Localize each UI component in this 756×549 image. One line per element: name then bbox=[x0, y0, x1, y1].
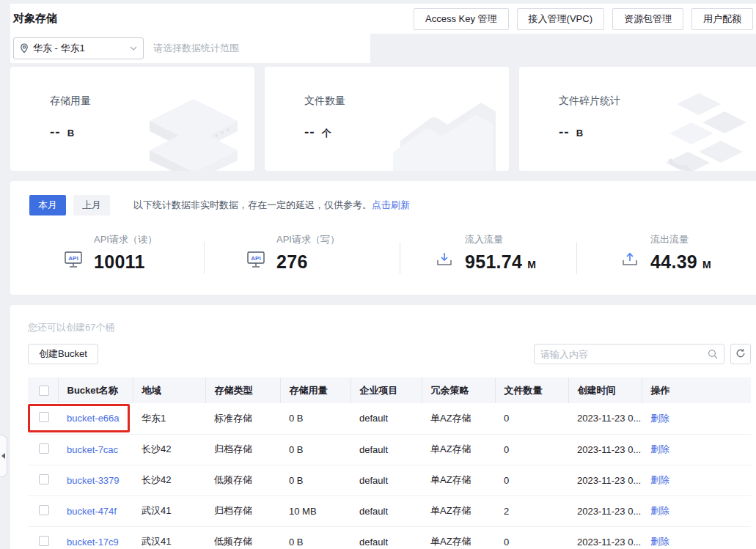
region-selector-hint: 请选择数据统计范围 bbox=[153, 42, 239, 55]
metric-api-read: API API请求（读） 10011 bbox=[29, 233, 205, 273]
tab-current-month[interactable]: 本月 bbox=[29, 195, 66, 215]
region-cell: 武汉41 bbox=[133, 495, 205, 526]
row-checkbox[interactable] bbox=[39, 412, 49, 422]
bucket-name-link[interactable]: bucket-7cac bbox=[67, 444, 118, 455]
top-bar: 对象存储 Access Key 管理 接入管理(VPC) 资源包管理 用户配额 bbox=[10, 4, 756, 34]
card-value: -- bbox=[559, 124, 570, 140]
metric-value: 44.39 bbox=[650, 251, 697, 273]
row-checkbox[interactable] bbox=[39, 505, 49, 515]
upload-tray-icon bbox=[620, 251, 640, 273]
select-all-checkbox[interactable] bbox=[39, 386, 49, 396]
bucket-toolbar: 创建Bucket bbox=[28, 344, 751, 364]
region-select[interactable]: 华东 - 华东1 bbox=[13, 37, 144, 59]
file-count-card: 文件数量 -- 个 bbox=[265, 67, 509, 171]
column-header-storage-type: 存储类型 bbox=[205, 377, 280, 403]
metric-unit: M bbox=[702, 259, 711, 270]
delete-link[interactable]: 删除 bbox=[650, 443, 669, 454]
bucket-name-link[interactable]: bucket-17c9 bbox=[67, 537, 119, 548]
row-checkbox[interactable] bbox=[39, 536, 49, 546]
delete-link[interactable]: 删除 bbox=[650, 413, 669, 424]
created-time-cell: 2023-11-23 0... bbox=[568, 526, 642, 549]
table-row: bucket-e66a 华东1 标准存储 0 B default 单AZ存储 0… bbox=[28, 403, 751, 434]
refresh-data-link[interactable]: 点击刷新 bbox=[372, 199, 410, 210]
access-key-management-button[interactable]: Access Key 管理 bbox=[414, 8, 509, 30]
redundancy-cell: 单AZ存储 bbox=[422, 465, 495, 495]
vpc-access-management-button[interactable]: 接入管理(VPC) bbox=[517, 8, 604, 30]
metric-label: 流出流量 bbox=[650, 233, 711, 246]
created-time-cell: 2023-11-23 0... bbox=[568, 403, 642, 434]
enterprise-project-cell: default bbox=[351, 465, 422, 495]
search-input[interactable] bbox=[535, 349, 708, 360]
region-cell: 武汉41 bbox=[133, 526, 205, 549]
metric-label: API请求（写） bbox=[276, 233, 340, 246]
bucket-quota-hint: 您还可以创建67个桶 bbox=[28, 321, 751, 334]
column-header-redundancy: 冗余策略 bbox=[422, 377, 495, 403]
card-value: -- bbox=[304, 124, 315, 140]
redundancy-cell: 单AZ存储 bbox=[422, 403, 495, 434]
enterprise-project-cell: default bbox=[351, 495, 422, 526]
metric-outbound-traffic: 流出流量 44.39 M bbox=[577, 233, 756, 273]
region-select-value: 华东 - 华东1 bbox=[33, 42, 130, 55]
storage-type-cell: 低频存储 bbox=[205, 526, 280, 549]
enterprise-project-cell: default bbox=[351, 434, 422, 465]
bucket-name-link[interactable]: bucket-3379 bbox=[67, 475, 120, 486]
delete-link[interactable]: 删除 bbox=[650, 536, 669, 547]
table-row: bucket-7cac 长沙42 归档存储 0 B default 单AZ存储 … bbox=[28, 434, 751, 465]
delete-link[interactable]: 删除 bbox=[650, 505, 669, 516]
sidebar-collapse-handle[interactable] bbox=[0, 435, 7, 477]
region-cell: 长沙42 bbox=[133, 465, 205, 495]
api-monitor-icon: API bbox=[63, 251, 84, 273]
download-tray-icon bbox=[434, 251, 455, 273]
metric-unit: M bbox=[527, 259, 536, 270]
column-header-created-time: 创建时间 bbox=[568, 377, 642, 403]
redundancy-cell: 单AZ存储 bbox=[422, 495, 495, 526]
region-cell: 长沙42 bbox=[133, 434, 205, 465]
bucket-table-wrap: Bucket名称 地域 存储类型 存储用量 企业项目 冗余策略 文件数量 创建时… bbox=[28, 377, 751, 549]
create-bucket-button[interactable]: 创建Bucket bbox=[28, 344, 98, 364]
card-unit: B bbox=[67, 128, 74, 139]
bucket-name-link[interactable]: bucket-e66a bbox=[67, 413, 120, 424]
metric-value: 10011 bbox=[94, 251, 145, 273]
row-checkbox[interactable] bbox=[39, 443, 49, 454]
created-time-cell: 2023-11-23 0... bbox=[568, 495, 642, 526]
resource-package-management-button[interactable]: 资源包管理 bbox=[612, 8, 683, 30]
region-cell: 华东1 bbox=[133, 403, 205, 434]
bucket-list-panel: 您还可以创建67个桶 创建Bucket bbox=[10, 305, 756, 549]
storage-type-cell: 归档存储 bbox=[205, 495, 280, 526]
table-header-row: Bucket名称 地域 存储类型 存储用量 企业项目 冗余策略 文件数量 创建时… bbox=[28, 377, 751, 403]
column-header-region: 地域 bbox=[133, 377, 205, 403]
column-header-storage-usage: 存储用量 bbox=[280, 377, 351, 403]
storage-type-cell: 归档存储 bbox=[205, 434, 280, 465]
metric-value: 276 bbox=[276, 251, 308, 273]
tab-last-month[interactable]: 上月 bbox=[73, 195, 110, 215]
file-fragments-card: 文件碎片统计 -- B bbox=[519, 67, 756, 171]
user-quota-button[interactable]: 用户配额 bbox=[691, 8, 753, 30]
stats-notice-text: 以下统计数据非实时数据，存在一定的延迟，仅供参考。 bbox=[133, 199, 372, 210]
chevron-down-icon bbox=[130, 46, 137, 51]
column-header-enterprise-project: 企业项目 bbox=[351, 377, 422, 403]
enterprise-project-cell: default bbox=[351, 403, 422, 434]
folder-illustration bbox=[386, 89, 496, 171]
file-count-cell: 0 bbox=[495, 403, 568, 434]
metrics-row: API API请求（读） 10011 API API请求（写） 276 bbox=[29, 233, 756, 273]
stats-tabs-row: 本月 上月 以下统计数据非实时数据，存在一定的延迟，仅供参考。点击刷新 bbox=[29, 195, 756, 215]
storage-usage-cell: 0 B bbox=[280, 465, 351, 495]
fragments-illustration bbox=[647, 89, 750, 171]
column-header-file-count: 文件数量 bbox=[495, 377, 568, 403]
search-icon[interactable] bbox=[708, 349, 724, 359]
card-value: -- bbox=[50, 124, 61, 140]
column-header-bucket-name: Bucket名称 bbox=[58, 377, 133, 403]
storage-usage-card: 存储用量 -- B bbox=[10, 67, 254, 171]
bucket-name-link[interactable]: bucket-474f bbox=[67, 506, 117, 517]
file-count-cell: 0 bbox=[495, 434, 568, 465]
created-time-cell: 2023-11-23 0... bbox=[568, 465, 642, 495]
page-title: 对象存储 bbox=[13, 12, 57, 26]
bucket-table-body: bucket-e66a 华东1 标准存储 0 B default 单AZ存储 0… bbox=[28, 403, 751, 549]
row-checkbox[interactable] bbox=[39, 474, 49, 484]
storage-type-cell: 低频存储 bbox=[205, 465, 280, 495]
api-monitor-icon: API bbox=[246, 251, 266, 273]
delete-link[interactable]: 删除 bbox=[650, 474, 669, 485]
metric-label: 流入流量 bbox=[465, 233, 536, 246]
refresh-list-button[interactable] bbox=[730, 344, 751, 364]
collapse-arrow-icon bbox=[1, 453, 5, 459]
